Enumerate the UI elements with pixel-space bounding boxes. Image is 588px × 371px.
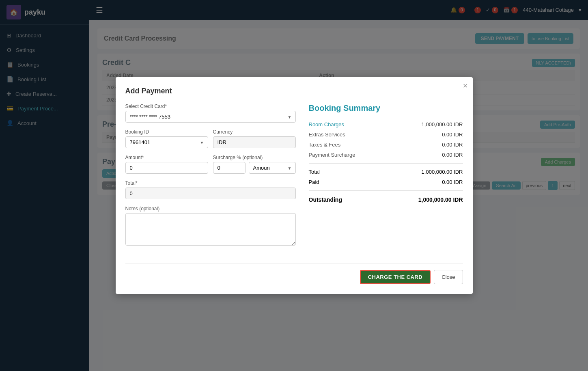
taxes-value: 0.00 IDR	[442, 142, 463, 148]
room-charges-label[interactable]: Room Charges	[309, 121, 344, 127]
taxes-line: Taxes & Fees 0.00 IDR	[309, 140, 463, 150]
modal-title: Add Payment	[125, 87, 463, 95]
extras-line: Extras Services 0.00 IDR	[309, 129, 463, 140]
surcharge-summary-label: Payment Surcharge	[309, 152, 355, 158]
credit-card-select[interactable]: **** **** **** 7553	[125, 111, 296, 123]
summary-divider-1	[309, 163, 463, 164]
outstanding-line: Outstanding 1,000,000.00 IDR	[309, 194, 463, 205]
surcharge-summary-value: 0.00 IDR	[442, 152, 463, 158]
booking-id-select[interactable]: 7961401	[125, 136, 208, 148]
booking-id-select-wrapper: 7961401	[125, 136, 208, 148]
room-charges-value: 1,000,000.00 IDR	[422, 121, 463, 127]
modal-body: Select Credit Card* **** **** **** 7553 …	[125, 104, 463, 253]
modal-footer: CHARGE THE CARD Close	[125, 263, 463, 284]
total-summary-value: 1,000,000.00 IDR	[422, 169, 463, 175]
notes-label: Notes (optional)	[125, 206, 296, 211]
booking-summary: Booking Summary Room Charges 1,000,000.0…	[309, 104, 463, 253]
surcharge-inputs: Amoun	[213, 162, 296, 174]
surcharge-type-select[interactable]: Amoun	[249, 162, 296, 174]
summary-divider-2	[309, 190, 463, 191]
total-input	[125, 188, 296, 199]
booking-id-label: Booking ID	[125, 129, 208, 135]
amount-label: Amount*	[125, 155, 208, 160]
surcharge-label: Surcharge % (optional)	[213, 155, 296, 160]
booking-id-group: Booking ID 7961401	[125, 129, 208, 148]
surcharge-type-wrapper: Amoun	[249, 162, 296, 174]
amount-surcharge-row: Amount* Surcharge % (optional) Amoun	[125, 155, 296, 180]
paid-summary-value: 0.00 IDR	[442, 179, 463, 185]
booking-currency-row: Booking ID 7961401 Currency	[125, 129, 296, 155]
credit-card-label: Select Credit Card*	[125, 104, 296, 109]
amount-group: Amount*	[125, 155, 208, 174]
surcharge-input[interactable]	[213, 162, 246, 174]
paid-summary-label: Paid	[309, 179, 319, 185]
total-group: Total*	[125, 180, 296, 199]
outstanding-value: 1,000,000.00 IDR	[418, 196, 463, 203]
amount-input[interactable]	[125, 162, 208, 174]
total-label: Total*	[125, 180, 296, 186]
surcharge-group: Surcharge % (optional) Amoun	[213, 155, 296, 174]
credit-card-group: Select Credit Card* **** **** **** 7553	[125, 104, 296, 123]
surcharge-summary-line: Payment Surcharge 0.00 IDR	[309, 150, 463, 160]
currency-label: Currency	[213, 129, 296, 135]
room-charges-line: Room Charges 1,000,000.00 IDR	[309, 119, 463, 129]
extras-value: 0.00 IDR	[442, 132, 463, 138]
outstanding-label: Outstanding	[309, 196, 342, 203]
currency-group: Currency	[213, 129, 296, 148]
modal-close-button[interactable]: ✕	[463, 82, 468, 90]
summary-title: Booking Summary	[309, 104, 463, 113]
credit-card-select-wrapper: **** **** **** 7553	[125, 111, 296, 123]
payment-form: Select Credit Card* **** **** **** 7553 …	[125, 104, 296, 253]
currency-input	[213, 136, 296, 148]
notes-textarea[interactable]	[125, 213, 296, 246]
total-summary-label: Total	[309, 169, 320, 175]
modal-overlay: Add Payment ✕ Select Credit Card* **** *…	[0, 0, 588, 371]
paid-summary-line: Paid 0.00 IDR	[309, 177, 463, 187]
total-summary-line: Total 1,000,000.00 IDR	[309, 167, 463, 177]
add-payment-modal: Add Payment ✕ Select Credit Card* **** *…	[116, 77, 473, 294]
charge-card-button[interactable]: CHARGE THE CARD	[360, 270, 431, 284]
extras-label: Extras Services	[309, 132, 345, 138]
close-modal-button[interactable]: Close	[434, 270, 463, 284]
notes-group: Notes (optional)	[125, 206, 296, 247]
taxes-label: Taxes & Fees	[309, 142, 341, 148]
